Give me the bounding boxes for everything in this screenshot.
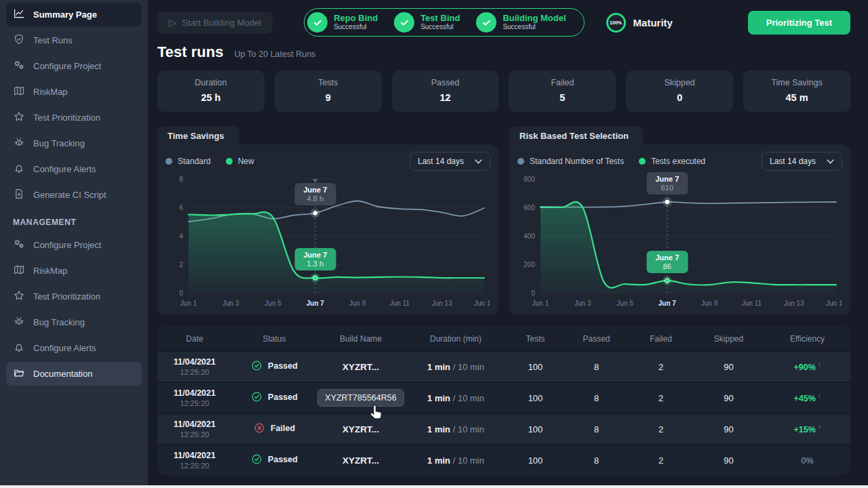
passed-cell: 8 xyxy=(564,393,629,403)
sidebar-item-bug-tracking[interactable]: Bug Tracking xyxy=(6,131,142,155)
svg-text:Jun 13: Jun 13 xyxy=(432,300,452,307)
risk-based-panel: Risk Based Test Selection Standard Numbe… xyxy=(509,125,850,315)
sidebar-item-generate-ci-script[interactable]: Generate CI Script xyxy=(6,183,142,207)
build-name-chip[interactable]: XYZRT785564R56 xyxy=(317,389,403,407)
legend-item-standard-number-of-tests[interactable]: Standard Number of Tests xyxy=(517,157,624,166)
time-savings-chart: 02468Jun 1Jun 3Jun 5Jun 7Jun 9Jun 11Jun … xyxy=(165,174,490,312)
stat-label: Skipped xyxy=(626,78,733,87)
sidebar-item-label: RiskMap xyxy=(33,266,68,276)
failed-cell: 2 xyxy=(629,455,693,466)
risk-based-chart: 0200400600800Jun 1Jun 3Jun 5Jun 7Jun 9Ju… xyxy=(517,174,842,312)
charts-row: Time Savings StandardNew Last 14 days 02… xyxy=(157,125,850,315)
table-row[interactable]: 11/04/202112:25:20PassedXYZRT...1 min / … xyxy=(157,350,850,382)
start-building-model-button[interactable]: ▷ Start Building Model xyxy=(157,12,273,34)
passed-cell: 8 xyxy=(564,362,629,372)
main-content: ▷ Start Building Model Repo Bind Success… xyxy=(148,0,868,485)
step-repo-bind: Repo Bind Successful xyxy=(307,12,378,33)
sidebar-item-configure-alerts[interactable]: Configure Alerts xyxy=(6,157,142,181)
table-row[interactable]: 11/04/202112:25:20PassedXYZRT...1 min / … xyxy=(157,444,850,475)
step-building-model: Building Model Successful xyxy=(476,12,566,33)
sidebar-item-label: Configure Alerts xyxy=(33,343,96,353)
sidebar-item-test-prioritization[interactable]: Test Prioritization xyxy=(6,106,142,129)
table-row[interactable]: 11/04/202112:25:20FailedXYZRT...1 min / … xyxy=(157,413,850,444)
svg-text:Jun 1: Jun 1 xyxy=(180,300,197,307)
efficiency-value: +15% ↑ xyxy=(793,425,821,434)
sidebar-item-test-runs[interactable]: Test Runs xyxy=(6,28,142,52)
failed-cell: 2 xyxy=(629,424,693,434)
chart-tooltip-standard: June 74.8 h xyxy=(294,183,336,205)
chart-tooltip-standard-number-of-tests: June 7610 xyxy=(646,172,688,195)
legend-item-tests-executed[interactable]: Tests executed xyxy=(639,157,705,166)
legend-dot-icon xyxy=(226,158,233,165)
stat-value: 9 xyxy=(275,92,382,103)
sidebar-item-label: Configure Alerts xyxy=(33,164,96,174)
stat-value: 5 xyxy=(509,92,616,103)
step-status: Successful xyxy=(502,23,566,31)
svg-text:0: 0 xyxy=(179,289,183,297)
sidebar-item-label: Test Runs xyxy=(33,35,73,45)
stat-card-duration: Duration 25 h xyxy=(157,70,264,112)
time-savings-panel: Time Savings StandardNew Last 14 days 02… xyxy=(157,125,498,315)
page-subtitle: Up To 20 Latest Runs xyxy=(234,49,315,59)
sidebar-item-label: Documentation xyxy=(33,369,92,379)
failed-cell: 2 xyxy=(629,362,693,372)
svg-text:600: 600 xyxy=(524,204,535,211)
build-status-stepper: Repo Bind Successful Test Bind Successfu… xyxy=(304,8,584,37)
chart-legend: Standard Number of TestsTests executed xyxy=(517,157,720,166)
chevron-down-icon xyxy=(475,159,482,164)
table-body: 11/04/202112:25:20PassedXYZRT...1 min / … xyxy=(157,350,850,475)
date-cell: 11/04/202112:25:20 xyxy=(157,388,232,407)
svg-text:Jun 3: Jun 3 xyxy=(222,300,239,307)
sidebar-item-summary-page[interactable]: Summary Page xyxy=(6,3,142,26)
status-badge: Passed xyxy=(251,391,298,403)
sidebar-section-label: MANAGEMENT xyxy=(6,209,142,233)
shield-check-icon xyxy=(13,33,25,47)
skipped-cell: 90 xyxy=(693,455,764,466)
legend-item-new[interactable]: New xyxy=(226,157,254,166)
column-header-skipped: Skipped xyxy=(693,334,764,344)
sidebar-item-documentation[interactable]: Documentation xyxy=(6,362,142,386)
skipped-cell: 90 xyxy=(693,393,764,403)
play-icon: ▷ xyxy=(169,18,176,27)
sidebar-item-riskmap[interactable]: RiskMap xyxy=(6,80,142,104)
svg-text:200: 200 xyxy=(524,261,535,268)
maturity-ring-icon: 100% xyxy=(606,13,626,33)
sidebar-item-configure-project[interactable]: Configure Project xyxy=(6,233,142,257)
prioritizing-test-button[interactable]: Prioritizing Test xyxy=(748,11,850,35)
efficiency-value: 0% xyxy=(801,456,813,466)
legend-dot-icon xyxy=(639,158,646,165)
sidebar-item-configure-alerts[interactable]: Configure Alerts xyxy=(6,336,142,360)
sidebar-item-label: Bug Tracking xyxy=(33,138,85,148)
sidebar-item-label: Configure Project xyxy=(33,240,101,250)
step-label: Test Bind xyxy=(420,14,460,24)
svg-text:8: 8 xyxy=(179,176,183,183)
table-row[interactable]: 11/04/202112:25:20PassedXYZRT785564R561 … xyxy=(157,382,850,413)
svg-text:0: 0 xyxy=(531,289,535,297)
legend-dot-icon xyxy=(517,158,524,165)
sidebar-item-bug-tracking[interactable]: Bug Tracking xyxy=(6,310,142,334)
column-header-status: Status xyxy=(232,334,317,344)
step-label: Repo Bind xyxy=(334,14,378,24)
bell-icon xyxy=(13,341,25,355)
sidebar-item-test-prioritization[interactable]: Test Prioritization xyxy=(6,285,142,308)
svg-text:Jun 5: Jun 5 xyxy=(264,300,281,307)
svg-text:4: 4 xyxy=(179,232,183,240)
passed-cell: 8 xyxy=(564,455,629,466)
test-runs-table: DateStatusBuild NameDuration (min)TestsP… xyxy=(157,326,850,475)
sidebar-item-label: Test Prioritization xyxy=(33,291,100,302)
legend-item-standard[interactable]: Standard xyxy=(165,157,211,166)
tests-cell: 100 xyxy=(507,362,564,372)
check-icon xyxy=(476,12,496,33)
date-range-dropdown[interactable]: Last 14 days xyxy=(410,152,490,171)
sidebar-item-riskmap[interactable]: RiskMap xyxy=(6,259,142,283)
gears-icon xyxy=(13,59,25,73)
date-range-dropdown[interactable]: Last 14 days xyxy=(762,152,842,171)
chart-line-icon xyxy=(13,7,25,22)
build-name: XYZRT... xyxy=(342,455,379,466)
stat-card-passed: Passed 12 xyxy=(392,70,499,112)
sidebar-item-configure-project[interactable]: Configure Project xyxy=(6,54,142,78)
stat-label: Passed xyxy=(392,78,499,87)
sidebar-item-label: Bug Tracking xyxy=(33,317,85,327)
svg-text:Jun 1: Jun 1 xyxy=(532,300,549,307)
svg-text:Jun 9: Jun 9 xyxy=(701,300,718,307)
